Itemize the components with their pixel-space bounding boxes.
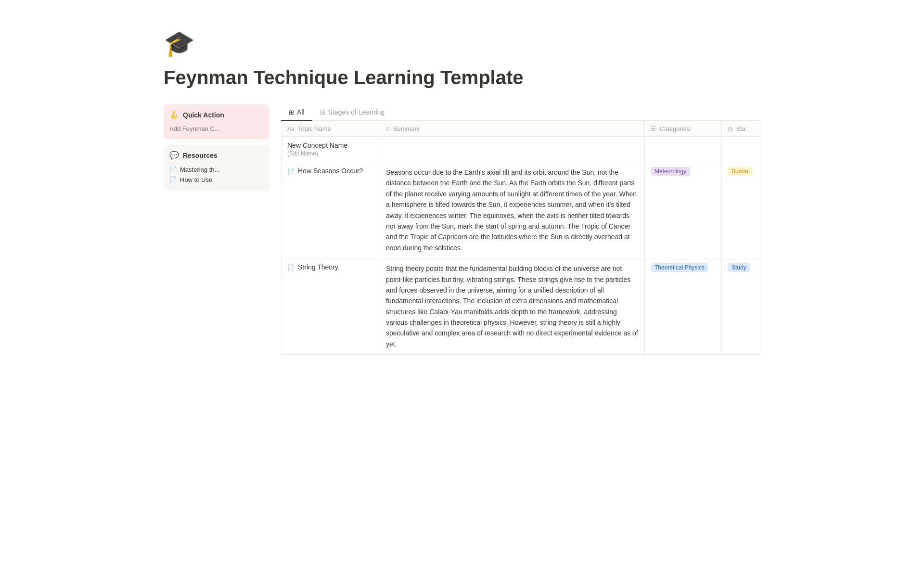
doc-icon: 📄 — [287, 264, 295, 271]
tab-all-icon: ⊞ — [289, 109, 294, 116]
page-icon: 🎓 — [164, 29, 760, 58]
quick-action-header: 🪝 Quick Action — [169, 110, 264, 119]
summary-cell-new-concept — [380, 137, 645, 162]
col-icon-categories: ☰ — [651, 126, 656, 132]
doc-icon: 📄 — [169, 176, 177, 183]
resource-item-mastering[interactable]: 📄 Mastering th... — [169, 165, 264, 175]
new-concept-sub: (Edit Name) — [287, 150, 374, 157]
quick-action-section: 🪝 Quick Action — [164, 104, 270, 139]
col-icon-status: ◷ — [728, 126, 732, 132]
topic-cell-new-concept[interactable]: New Concept Name (Edit Name) — [282, 137, 380, 162]
sidebar: 🪝 Quick Action 💬 Resources 📄 Mastering t… — [164, 104, 270, 191]
col-icon-topic: Aa — [287, 126, 295, 132]
summary-text-string-theory: String theory posits that the fundamenta… — [386, 263, 639, 349]
quick-action-icon: 🪝 — [169, 110, 179, 119]
col-header-summary: ≡ Summary — [380, 121, 645, 137]
status-badge-how-seasons: Summ — [728, 167, 752, 176]
col-label-topic: Topic Name — [298, 125, 331, 132]
status-cell-how-seasons[interactable]: Summ — [722, 162, 760, 258]
resources-icon: 💬 — [169, 151, 179, 160]
categories-cell-string-theory[interactable]: Theoretical Physics — [645, 258, 722, 355]
summary-text-how-seasons: Seasons occur due to the Earth's axial t… — [386, 167, 639, 253]
summary-cell-string-theory: String theory posits that the fundamenta… — [380, 258, 645, 355]
resources-header: 💬 Resources — [169, 151, 264, 160]
col-label-status: Sta — [736, 125, 746, 132]
resource-item-how-to-use[interactable]: 📄 How to Use — [169, 175, 264, 185]
summary-cell-how-seasons: Seasons occur due to the Earth's axial t… — [380, 162, 645, 258]
col-icon-summary: ≡ — [386, 126, 389, 132]
status-badge-string-theory: Study — [728, 263, 750, 272]
resources-section: 💬 Resources 📄 Mastering th... 📄 How to U… — [164, 145, 270, 191]
category-badge-theoretical-physics: Theoretical Physics — [651, 263, 708, 272]
table-row-string-theory: 📄 String Theory String theory posits tha… — [282, 258, 760, 355]
add-feynman-input[interactable] — [169, 124, 264, 133]
table-row-new-concept: New Concept Name (Edit Name) — [282, 137, 760, 162]
tab-stages-of-learning[interactable]: ⊟ Stages of Learning — [312, 104, 393, 121]
topic-label-how-seasons: How Seasons Occur? — [298, 167, 363, 175]
tab-all[interactable]: ⊞ All — [281, 104, 312, 121]
col-label-categories: Categories — [660, 125, 690, 132]
table-row-how-seasons: 📄 How Seasons Occur? Seasons occur due t… — [282, 162, 760, 258]
database-table: Aa Topic Name ≡ Summary ☰ Categories ◷ — [281, 121, 760, 355]
page-title: Feynman Technique Learning Template — [164, 66, 760, 89]
tab-all-label: All — [297, 108, 305, 116]
topic-cell-string-theory[interactable]: 📄 String Theory — [282, 258, 380, 355]
status-cell-new-concept — [722, 137, 760, 162]
categories-cell-how-seasons[interactable]: Meteorology — [645, 162, 722, 258]
tabs-bar: ⊞ All ⊟ Stages of Learning — [281, 104, 760, 121]
resource-how-to-use-label: How to Use — [180, 176, 212, 183]
col-label-summary: Summary — [393, 125, 420, 132]
category-badge-meteorology: Meteorology — [651, 167, 690, 176]
main-content: ⊞ All ⊟ Stages of Learning Aa Topic Name — [281, 104, 760, 355]
doc-icon: 📄 — [169, 166, 177, 173]
quick-action-label: Quick Action — [183, 111, 224, 119]
doc-icon: 📄 — [287, 168, 295, 175]
tab-stages-icon: ⊟ — [320, 109, 325, 116]
col-header-status: ◷ Sta — [722, 121, 760, 137]
topic-cell-how-seasons[interactable]: 📄 How Seasons Occur? — [282, 162, 380, 258]
status-cell-string-theory[interactable]: Study — [722, 258, 760, 355]
col-header-categories: ☰ Categories — [645, 121, 722, 137]
new-concept-name: New Concept Name — [287, 141, 374, 149]
categories-cell-new-concept — [645, 137, 722, 162]
tab-stages-label: Stages of Learning — [328, 108, 385, 116]
topic-label-string-theory: String Theory — [298, 263, 338, 271]
resources-label: Resources — [183, 152, 218, 159]
resource-mastering-label: Mastering th... — [180, 166, 219, 173]
col-header-topic: Aa Topic Name — [282, 121, 380, 137]
